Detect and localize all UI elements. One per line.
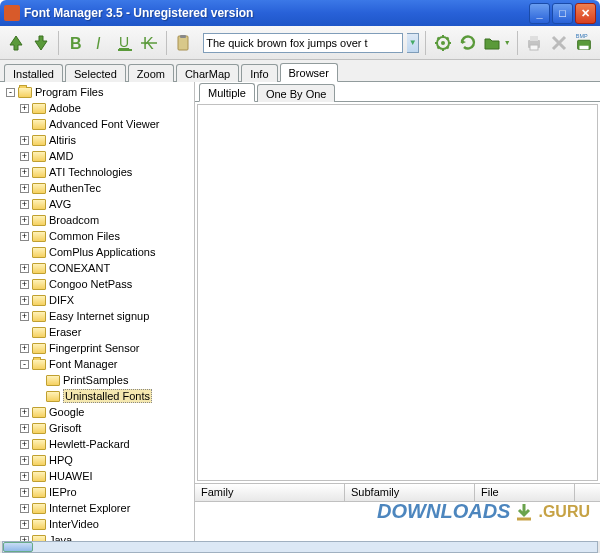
tree-node[interactable]: +Grisoft [6, 420, 194, 436]
expand-icon[interactable]: + [20, 488, 29, 497]
folder-icon [32, 439, 46, 450]
tree-node[interactable]: +HPQ [6, 452, 194, 468]
tree-node[interactable]: +Broadcom [6, 212, 194, 228]
italic-button[interactable]: I [89, 31, 110, 55]
collapse-icon[interactable]: - [20, 360, 29, 369]
folder-icon [32, 423, 46, 434]
tree-node[interactable]: +Congoo NetPass [6, 276, 194, 292]
tree-node[interactable]: +Adobe [6, 100, 194, 116]
column-header-file[interactable]: File [475, 484, 575, 501]
tree-node[interactable]: +HUAWEI [6, 468, 194, 484]
expand-icon[interactable]: + [20, 520, 29, 529]
expand-icon[interactable]: + [20, 408, 29, 417]
expand-icon[interactable]: + [20, 456, 29, 465]
tree-node[interactable]: +Fingerprint Sensor [6, 340, 194, 356]
folder-icon [32, 455, 46, 466]
expand-icon[interactable]: + [20, 472, 29, 481]
sample-text-dropdown[interactable]: ▼ [407, 33, 419, 53]
expand-icon[interactable]: + [20, 424, 29, 433]
gear-button[interactable] [432, 31, 453, 55]
expand-icon[interactable]: + [20, 264, 29, 273]
close-button[interactable]: ✕ [575, 3, 596, 24]
scrollbar-thumb[interactable] [3, 542, 33, 552]
sample-text-input[interactable] [203, 33, 403, 53]
tree-node[interactable]: +Common Files [6, 228, 194, 244]
subtab-one-by-one[interactable]: One By One [257, 84, 336, 102]
down-arrow-button[interactable] [31, 31, 52, 55]
tree-node[interactable]: +CONEXANT [6, 260, 194, 276]
expand-icon[interactable]: + [20, 152, 29, 161]
expand-icon[interactable]: + [20, 184, 29, 193]
window-titlebar: Font Manager 3.5 - Unregistered version … [0, 0, 600, 26]
expand-icon[interactable]: + [20, 232, 29, 241]
tab-browser[interactable]: Browser [280, 63, 338, 82]
tree-node[interactable]: +DIFX [6, 292, 194, 308]
strikeout-button[interactable]: K [139, 31, 160, 55]
expand-icon[interactable]: + [20, 440, 29, 449]
column-header-family[interactable]: Family [195, 484, 345, 501]
maximize-button[interactable]: □ [552, 3, 573, 24]
expand-icon[interactable]: + [20, 104, 29, 113]
subtab-multiple[interactable]: Multiple [199, 83, 255, 102]
tree-node-label: Font Manager [49, 358, 117, 370]
expand-icon[interactable]: + [20, 136, 29, 145]
folder-icon [32, 359, 46, 370]
collapse-icon[interactable]: - [6, 88, 15, 97]
print-button[interactable] [524, 31, 545, 55]
tree-scroll[interactable]: -Program Files+AdobeAdvanced Font Viewer… [0, 82, 194, 541]
column-header-subfamily[interactable]: Subfamily [345, 484, 475, 501]
clipboard-button[interactable] [173, 31, 194, 55]
folder-dropdown-icon[interactable]: ▼ [504, 39, 511, 46]
tab-selected[interactable]: Selected [65, 64, 126, 82]
expand-icon[interactable]: + [20, 504, 29, 513]
svg-rect-6 [178, 36, 188, 50]
tab-installed[interactable]: Installed [4, 64, 63, 82]
tree-node[interactable]: +AMD [6, 148, 194, 164]
tree-node-label: Hewlett-Packard [49, 438, 130, 450]
bmp-export-button[interactable]: BMP [573, 31, 594, 55]
minimize-button[interactable]: _ [529, 3, 550, 24]
tree-node[interactable]: +Hewlett-Packard [6, 436, 194, 452]
tree-node[interactable]: +Internet Explorer [6, 500, 194, 516]
tree-node[interactable]: +IEPro [6, 484, 194, 500]
tree-node[interactable]: +Java [6, 532, 194, 541]
tree-node[interactable]: Uninstalled Fonts [6, 388, 194, 404]
tree-node[interactable]: +ATI Technologies [6, 164, 194, 180]
expand-icon[interactable]: + [20, 200, 29, 209]
tab-zoom[interactable]: Zoom [128, 64, 174, 82]
tab-charmap[interactable]: CharMap [176, 64, 239, 82]
tree-node[interactable]: Advanced Font Viewer [6, 116, 194, 132]
bold-button[interactable]: B [65, 31, 86, 55]
tree-node[interactable]: PrintSamples [6, 372, 194, 388]
tree-node[interactable]: +AuthenTec [6, 180, 194, 196]
up-arrow-button[interactable] [6, 31, 27, 55]
tree-node[interactable]: +Easy Internet signup [6, 308, 194, 324]
toolbar-separator [517, 31, 518, 55]
folder-icon [46, 375, 60, 386]
tree-node-label: ComPlus Applications [49, 246, 155, 258]
expand-icon[interactable]: + [20, 296, 29, 305]
preview-pane: MultipleOne By One FamilySubfamilyFile [195, 82, 600, 541]
expand-icon[interactable]: + [20, 312, 29, 321]
tree-node[interactable]: +InterVideo [6, 516, 194, 532]
tree-node[interactable]: -Program Files [6, 84, 194, 100]
tree-node[interactable]: +Google [6, 404, 194, 420]
horizontal-scrollbar[interactable] [2, 541, 598, 553]
tab-info[interactable]: Info [241, 64, 277, 82]
underline-button[interactable]: U [114, 31, 135, 55]
svg-text:BMP: BMP [575, 33, 587, 39]
tree-node[interactable]: +AVG [6, 196, 194, 212]
tree-node[interactable]: ComPlus Applications [6, 244, 194, 260]
tree-node[interactable]: -Font Manager [6, 356, 194, 372]
folder-icon [32, 519, 46, 530]
tree-node[interactable]: +Altiris [6, 132, 194, 148]
expand-icon[interactable]: + [20, 216, 29, 225]
expand-icon[interactable]: + [20, 280, 29, 289]
tree-node[interactable]: Eraser [6, 324, 194, 340]
folder-action-button[interactable] [482, 31, 503, 55]
delete-button[interactable] [548, 31, 569, 55]
refresh-button[interactable] [457, 31, 478, 55]
tree-node-label: Google [49, 406, 84, 418]
expand-icon[interactable]: + [20, 344, 29, 353]
expand-icon[interactable]: + [20, 168, 29, 177]
